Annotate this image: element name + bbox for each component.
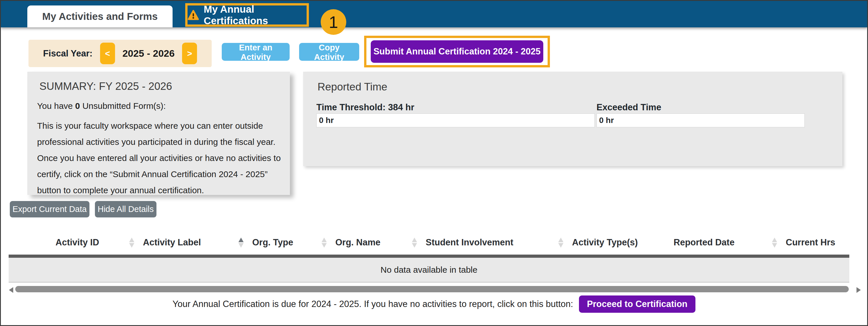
annotation-step-1-badge: 1 <box>321 9 346 35</box>
column-header-org-name[interactable]: Org. Name <box>335 237 426 248</box>
time-threshold-label: Time Threshold: 384 hr <box>316 102 414 113</box>
submit-annual-certification-button[interactable]: Submit Annual Certification 2024 - 2025 <box>371 40 543 63</box>
column-header-reported-date[interactable]: Reported Date <box>674 237 786 248</box>
activities-table-header: Activity ID Activity Label Org. Type Org… <box>1 234 867 251</box>
column-label: Activity ID <box>56 237 99 248</box>
column-header-current-hrs[interactable]: Current Hrs <box>786 237 861 248</box>
certification-due-message: Your Annual Certification is due for 202… <box>173 299 573 309</box>
unsubmitted-prefix: You have <box>37 101 75 111</box>
summary-panel: SUMMARY: FY 2025 - 2026 You have 0 Unsub… <box>27 72 290 195</box>
unsubmitted-count: 0 <box>75 101 80 111</box>
column-header-activity-id[interactable]: Activity ID <box>56 237 143 248</box>
fiscal-year-label: Fiscal Year: <box>43 48 93 59</box>
table-header-divider <box>9 254 849 258</box>
scroll-right-icon[interactable] <box>857 287 861 293</box>
tab-my-annual-certifications[interactable]: My Annual Certifications <box>185 3 309 27</box>
certification-footer: Your Annual Certification is due for 202… <box>1 295 867 314</box>
fiscal-year-next-button[interactable]: > <box>182 43 197 64</box>
table-empty-row: No data available in table <box>9 258 849 282</box>
annotation-step-number: 1 <box>329 12 338 32</box>
exceeded-time-bar: 0 hr <box>596 113 805 127</box>
unsubmitted-forms-line: You have 0 Unsubmitted Form(s): <box>37 101 280 111</box>
column-header-activity-label[interactable]: Activity Label <box>143 237 252 248</box>
fiscal-year-value: 2025 - 2026 <box>123 48 175 59</box>
scroll-left-icon[interactable] <box>9 287 13 293</box>
export-current-data-button[interactable]: Export Current Data <box>10 201 89 217</box>
tab-my-activities-and-forms[interactable]: My Activities and Forms <box>27 5 173 27</box>
column-label: Activity Label <box>143 237 201 248</box>
sort-both-icon <box>412 238 417 248</box>
unsubmitted-suffix: Unsubmitted Form(s): <box>80 101 166 111</box>
column-label: Org. Name <box>335 237 380 248</box>
exceeded-time-label: Exceeded Time <box>596 102 661 113</box>
empty-table-message: No data available in table <box>380 265 477 275</box>
sort-both-icon <box>129 238 134 248</box>
column-label: Student Involvement <box>426 237 514 248</box>
summary-description: This is your faculty workspace where you… <box>37 118 284 198</box>
column-label: Org. Type <box>252 237 293 248</box>
exceeded-time-value: 0 hr <box>599 116 614 125</box>
tab-label: My Activities and Forms <box>42 11 158 22</box>
time-threshold-bar: 0 hr <box>316 113 595 127</box>
warning-triangle-icon <box>188 9 199 21</box>
fiscal-year-prev-button[interactable]: < <box>100 43 115 64</box>
faculty-workspace-page: My Activities and Forms My Annual Certif… <box>0 0 868 326</box>
proceed-to-certification-button[interactable]: Proceed to Certification <box>579 296 696 313</box>
scrollbar-thumb[interactable] <box>15 286 849 292</box>
enter-activity-button[interactable]: Enter an Activity <box>222 43 290 61</box>
sort-both-icon <box>321 238 327 248</box>
copy-activity-button[interactable]: Copy Activity <box>299 43 359 61</box>
column-label: Current Hrs <box>786 237 835 248</box>
submit-certification-highlight-box: Submit Annual Certification 2024 - 2025 <box>364 36 550 67</box>
reported-time-panel: Reported Time Time Threshold: 384 hr 0 h… <box>303 72 842 166</box>
sort-both-icon <box>558 238 563 248</box>
column-label: Reported Date <box>674 237 735 248</box>
tab-label: My Annual Certifications <box>204 3 307 27</box>
column-header-org-type[interactable]: Org. Type <box>252 237 335 248</box>
horizontal-scrollbar[interactable] <box>1 286 867 294</box>
reported-time-title: Reported Time <box>317 81 388 93</box>
hide-all-details-button[interactable]: Hide All Details <box>95 201 156 217</box>
column-header-student-involvement[interactable]: Student Involvement <box>426 237 572 248</box>
sort-ascending-icon <box>239 238 244 248</box>
column-header-activity-types[interactable]: Activity Type(s) <box>572 237 674 248</box>
time-threshold-value: 0 hr <box>319 116 334 125</box>
fiscal-year-selector: Fiscal Year: < 2025 - 2026 > <box>29 40 212 67</box>
summary-title: SUMMARY: FY 2025 - 2026 <box>37 80 280 92</box>
column-label: Activity Type(s) <box>572 237 638 248</box>
sort-both-icon <box>772 238 777 248</box>
